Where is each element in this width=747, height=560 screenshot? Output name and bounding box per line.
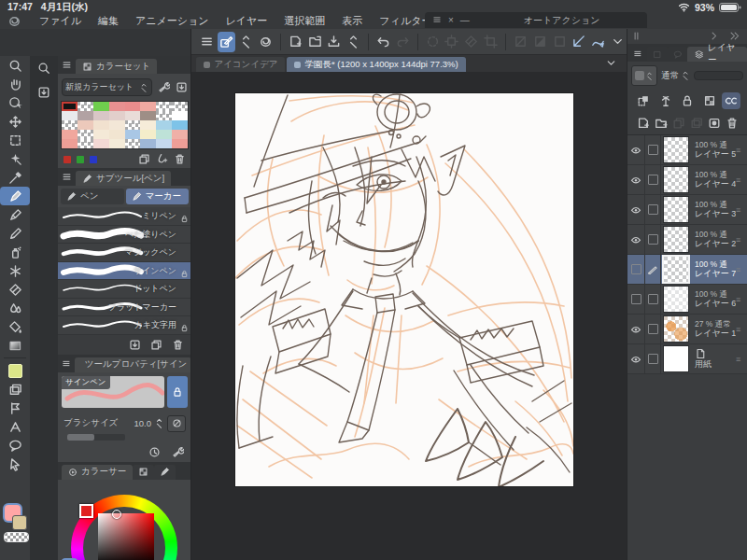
layer-drag-handle[interactable]: ≡ <box>736 235 747 245</box>
snap-to-special-ruler-button[interactable] <box>590 32 608 52</box>
layer-thumbnail[interactable] <box>663 196 689 223</box>
tab-layer[interactable]: レイヤー <box>687 47 747 62</box>
hue-marker[interactable] <box>79 504 93 518</box>
color-swatch[interactable] <box>62 111 78 120</box>
layer-row[interactable]: 27 % 通常レイヤー 1≡ <box>627 315 747 344</box>
subtool-item[interactable]: サインペン <box>58 262 191 281</box>
subtool-group-tab-0[interactable]: ペン <box>61 189 124 204</box>
deselect-button[interactable] <box>424 32 442 52</box>
detail-settings-wrench-icon[interactable] <box>172 446 184 458</box>
edit-color-set-wrench-icon[interactable] <box>158 81 170 93</box>
tab-color-set[interactable]: カラーセット <box>76 59 157 74</box>
figure-tool[interactable] <box>0 361 30 380</box>
layer-drag-handle[interactable]: ≡ <box>736 146 747 155</box>
color-swatch[interactable] <box>78 120 93 130</box>
save-options-stepper[interactable] <box>345 32 362 52</box>
color-swatch[interactable] <box>156 102 172 111</box>
snap-to-ruler-button[interactable] <box>571 32 588 52</box>
color-swatch[interactable] <box>140 139 156 148</box>
color-swatch[interactable] <box>93 111 109 120</box>
palette-menu-icon[interactable] <box>432 15 442 24</box>
correct-line-tool[interactable] <box>0 455 30 473</box>
color-swatch[interactable] <box>140 120 156 130</box>
menu-item-4[interactable]: 選択範囲 <box>275 14 333 28</box>
canvas-document[interactable] <box>235 93 573 486</box>
canvas-artwork[interactable] <box>235 93 573 486</box>
dynamics-off-button[interactable] <box>167 415 186 432</box>
layer-checkbox[interactable] <box>645 344 661 373</box>
editing-pen-icon[interactable] <box>645 255 661 284</box>
panel-menu-icon[interactable] <box>62 358 71 369</box>
layer-visible-eye-icon[interactable] <box>627 165 645 194</box>
new-canvas-button[interactable] <box>287 32 304 52</box>
color-swatch[interactable] <box>78 102 93 111</box>
color-swatch[interactable] <box>156 139 172 148</box>
marker-tool[interactable] <box>0 187 30 205</box>
layer-hidden-checkbox[interactable] <box>627 285 645 314</box>
sv-marker[interactable] <box>112 510 121 519</box>
color-swatch[interactable] <box>140 130 156 139</box>
blend-mode-select[interactable]: 通常 <box>661 70 690 82</box>
layer-thumbnail[interactable] <box>663 286 689 313</box>
layer-row[interactable]: 100 % 通レイヤー 6≡ <box>627 285 747 315</box>
merge-with-layer-below-button[interactable] <box>687 115 705 132</box>
pencil-tool[interactable] <box>0 224 30 243</box>
operation-tool[interactable] <box>0 93 30 112</box>
layer-row[interactable]: 100 % 通レイヤー 5≡ <box>627 135 747 165</box>
color-swatch[interactable] <box>172 130 188 139</box>
color-swatch[interactable] <box>140 111 156 120</box>
tab-color-wheel[interactable]: カラーサー <box>62 465 133 480</box>
layer-visible-eye-icon[interactable] <box>627 195 645 224</box>
mode-stepper[interactable] <box>237 32 255 52</box>
import-color-set-icon[interactable] <box>176 81 188 93</box>
layer-thumbnail[interactable] <box>663 345 689 372</box>
transfer-to-layer-below-button[interactable] <box>669 115 687 132</box>
drag-handle-icon[interactable] <box>631 31 641 41</box>
command-bar-menu[interactable] <box>198 32 216 52</box>
layer-thumbnail[interactable] <box>663 315 689 343</box>
ruler-tool[interactable] <box>0 399 30 417</box>
new-layer-button[interactable] <box>634 115 652 132</box>
layer-checkbox[interactable] <box>645 135 661 164</box>
toolbar-expand-chevron[interactable] <box>609 32 627 52</box>
layer-visible-eye-icon[interactable] <box>627 344 645 373</box>
saturation-value-square[interactable] <box>98 513 154 560</box>
layer-drag-handle[interactable]: ≡ <box>736 295 747 304</box>
tab-tool-property[interactable]: ツールプロパティ[サイン <box>75 357 191 372</box>
zoom-tool[interactable] <box>0 56 30 75</box>
menu-item-5[interactable]: 表示 <box>333 14 371 28</box>
stepper-icon[interactable] <box>154 418 164 428</box>
sub-color-swatch[interactable] <box>12 515 27 530</box>
layer-row[interactable]: 100 % 通レイヤー 4≡ <box>627 165 747 195</box>
layer-checkbox[interactable] <box>645 285 661 314</box>
transparent-color-swatch[interactable] <box>4 532 29 542</box>
lock-layer-button[interactable] <box>678 92 697 109</box>
color-swatch[interactable] <box>125 130 141 139</box>
opacity-slider[interactable] <box>694 71 743 80</box>
layer-drag-handle[interactable]: ≡ <box>736 355 747 364</box>
color-swatch[interactable] <box>172 102 188 111</box>
layer-checkbox[interactable] <box>645 225 661 254</box>
auto-action-palette-titlebar[interactable]: × — オートアクション <box>425 12 647 28</box>
balloon-tool[interactable] <box>0 436 30 455</box>
document-tab-1[interactable]: 学園長* (1200 x 1400px 144dpi 77.3%) <box>287 57 465 72</box>
layer-drag-handle[interactable]: ≡ <box>736 265 747 274</box>
lock-brush-button[interactable] <box>167 376 188 408</box>
decoration-tool[interactable] <box>0 261 30 280</box>
color-swatch[interactable] <box>125 102 141 111</box>
layer-checkbox[interactable] <box>645 165 661 194</box>
layer-drag-handle[interactable]: ≡ <box>736 325 747 334</box>
tab-color-history[interactable] <box>133 465 154 480</box>
open-file-button[interactable] <box>306 32 324 52</box>
subtool-item[interactable]: ドットペン <box>58 280 191 299</box>
delete-layer-button[interactable] <box>723 115 740 132</box>
duplicate-subtool-icon[interactable] <box>150 339 162 351</box>
add-color-icon[interactable] <box>156 153 168 165</box>
default-color-swatch[interactable] <box>77 156 84 163</box>
new-folder-button[interactable] <box>652 115 669 132</box>
palette-close-icon[interactable]: × <box>448 15 454 25</box>
color-swatch[interactable] <box>156 130 172 139</box>
subtool-item[interactable]: カキ文字用 <box>58 316 191 335</box>
selection-frame-button[interactable] <box>551 32 569 52</box>
panel-menu-icon[interactable] <box>62 60 72 70</box>
